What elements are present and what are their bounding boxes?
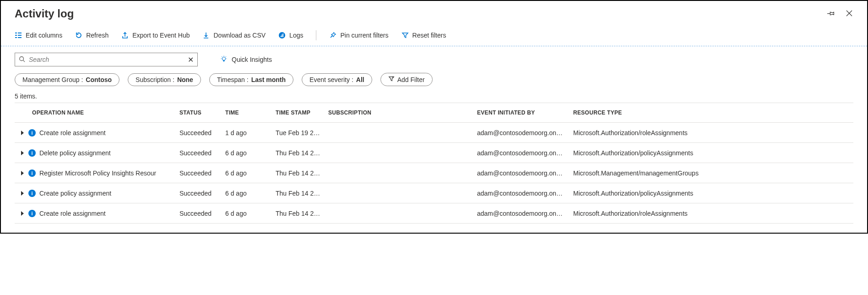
- filter-pill-subscription[interactable]: Subscription : None: [128, 73, 201, 86]
- col-operation[interactable]: Operation name: [15, 109, 179, 116]
- resource-type-cell: Microsoft.Authorization/roleAssignments: [573, 210, 756, 217]
- col-resource-type[interactable]: Resource type: [573, 109, 756, 116]
- download-csv-label: Download as CSV: [213, 32, 266, 39]
- svg-rect-8: [282, 34, 282, 37]
- filter-pill-label: Timespan :: [217, 76, 249, 83]
- time-cell: 6 d ago: [225, 210, 276, 217]
- operation-name: Create role assignment: [39, 129, 106, 137]
- time-cell: 6 d ago: [225, 190, 276, 197]
- svg-rect-3: [18, 33, 22, 33]
- table-row[interactable]: iCreate role assignmentSucceeded1 d agoT…: [15, 123, 853, 143]
- operation-name: Register Microsoft Policy Insights Resou…: [39, 169, 156, 177]
- time-cell: 1 d ago: [225, 129, 276, 137]
- filter-pill-value: Contoso: [86, 76, 112, 83]
- col-initiated[interactable]: Event initiated by: [477, 109, 573, 116]
- resource-type-cell: Microsoft.Authorization/policyAssignment…: [573, 190, 756, 197]
- filter-pill-label: Event severity :: [309, 76, 353, 83]
- status-cell: Succeeded: [179, 149, 225, 157]
- timestamp-cell: Thu Feb 14 2…: [276, 149, 328, 157]
- expand-caret-icon[interactable]: [21, 191, 24, 196]
- grid-body: iCreate role assignmentSucceeded1 d agoT…: [15, 123, 853, 224]
- time-cell: 6 d ago: [225, 169, 276, 177]
- logs-label: Logs: [289, 32, 303, 39]
- operation-name: Create role assignment: [39, 210, 106, 217]
- info-icon: i: [28, 129, 36, 137]
- add-filter-icon: [388, 76, 395, 83]
- expand-caret-icon[interactable]: [21, 151, 24, 155]
- filter-row: Management Group : Contoso Subscription …: [1, 71, 867, 93]
- expand-caret-icon[interactable]: [21, 171, 24, 175]
- table-row[interactable]: iCreate policy assignmentSucceeded6 d ag…: [15, 183, 853, 203]
- col-status[interactable]: Status: [179, 109, 225, 116]
- svg-rect-1: [15, 35, 17, 36]
- initiated-cell: adam@contosodemoorg.on…: [477, 149, 573, 157]
- expand-caret-icon[interactable]: [21, 211, 24, 216]
- filter-pill-value: All: [356, 76, 364, 83]
- resource-type-cell: Microsoft.Authorization/roleAssignments: [573, 129, 756, 137]
- timestamp-cell: Thu Feb 14 2…: [276, 190, 328, 197]
- svg-point-10: [20, 56, 24, 60]
- separator: [316, 30, 316, 40]
- table-row[interactable]: iRegister Microsoft Policy Insights Reso…: [15, 163, 853, 183]
- col-timestamp[interactable]: Time stamp: [276, 109, 328, 116]
- svg-rect-4: [18, 35, 22, 36]
- close-icon[interactable]: [845, 9, 853, 19]
- activity-grid: Operation name Status Time Time stamp Su…: [1, 103, 867, 233]
- filter-pill-timespan[interactable]: Timespan : Last month: [209, 73, 293, 86]
- logs-button[interactable]: Logs: [278, 32, 303, 39]
- edit-columns-button[interactable]: Edit columns: [15, 32, 62, 39]
- initiated-cell: adam@contosodemoorg.on…: [477, 190, 573, 197]
- reset-filters-button[interactable]: Reset filters: [401, 32, 446, 39]
- download-csv-button[interactable]: Download as CSV: [202, 32, 266, 39]
- info-icon: i: [28, 149, 36, 157]
- search-input[interactable]: [29, 56, 184, 63]
- expand-caret-icon[interactable]: [21, 131, 24, 135]
- col-subscription[interactable]: Subscription: [328, 109, 477, 116]
- svg-rect-5: [18, 37, 22, 38]
- add-filter-button[interactable]: Add Filter: [380, 73, 433, 86]
- quick-insights-label: Quick Insights: [232, 56, 272, 63]
- table-row[interactable]: iDelete policy assignmentSucceeded6 d ag…: [15, 143, 853, 163]
- columns-icon: [15, 32, 22, 39]
- pin-filters-label: Pin current filters: [340, 32, 388, 39]
- status-cell: Succeeded: [179, 129, 225, 137]
- initiated-cell: adam@contosodemoorg.on…: [477, 169, 573, 177]
- edit-columns-label: Edit columns: [26, 32, 62, 39]
- refresh-button[interactable]: Refresh: [75, 32, 108, 39]
- export-label: Export to Event Hub: [132, 32, 190, 39]
- command-bar: Edit columns Refresh Export to Event Hub…: [1, 26, 867, 46]
- svg-point-11: [222, 57, 225, 60]
- filter-pill-value: None: [177, 76, 193, 83]
- time-cell: 6 d ago: [225, 149, 276, 157]
- initiated-cell: adam@contosodemoorg.on…: [477, 129, 573, 137]
- col-time[interactable]: Time: [225, 109, 276, 116]
- initiated-cell: adam@contosodemoorg.on…: [477, 210, 573, 217]
- grid-header: Operation name Status Time Time stamp Su…: [15, 103, 853, 123]
- filter-pill-management-group[interactable]: Management Group : Contoso: [15, 73, 119, 86]
- reset-filters-label: Reset filters: [412, 32, 446, 39]
- export-button[interactable]: Export to Event Hub: [121, 32, 190, 39]
- timestamp-cell: Tue Feb 19 2…: [276, 129, 328, 137]
- clear-search-icon[interactable]: ✕: [188, 55, 194, 64]
- download-icon: [202, 32, 210, 39]
- info-icon: i: [28, 169, 36, 177]
- export-icon: [121, 32, 129, 39]
- filter-pill-label: Management Group :: [22, 76, 83, 83]
- search-box[interactable]: ✕: [15, 53, 198, 66]
- filter-pill-severity[interactable]: Event severity : All: [302, 73, 372, 86]
- search-icon: [19, 56, 25, 64]
- logs-icon: [278, 32, 286, 39]
- svg-rect-9: [283, 33, 284, 37]
- filter-pill-value: Last month: [251, 76, 286, 83]
- lightbulb-icon: [220, 55, 228, 65]
- pin-icon[interactable]: [827, 9, 835, 19]
- status-cell: Succeeded: [179, 169, 225, 177]
- svg-rect-0: [15, 33, 17, 33]
- activity-log-blade: Activity log Edit columns Refresh: [0, 0, 868, 234]
- search-row: ✕ Quick Insights: [1, 46, 867, 71]
- pin-filters-button[interactable]: Pin current filters: [329, 32, 388, 39]
- pin-filters-icon: [329, 32, 336, 39]
- refresh-label: Refresh: [86, 32, 108, 39]
- table-row[interactable]: iCreate role assignmentSucceeded6 d agoT…: [15, 203, 853, 224]
- quick-insights-button[interactable]: Quick Insights: [220, 55, 272, 65]
